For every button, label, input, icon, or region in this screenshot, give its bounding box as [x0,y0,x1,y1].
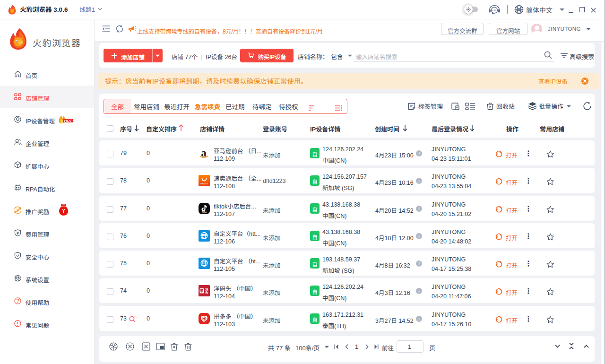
svg-text:头: 头 [205,290,208,295]
svg-text:TikTok: TikTok [202,211,207,213]
svg-text:¥: ¥ [16,208,19,213]
svg-text:AliExpress: AliExpress [200,183,208,185]
svg-text:¥: ¥ [62,208,65,214]
svg-text:HOT: HOT [64,119,73,123]
